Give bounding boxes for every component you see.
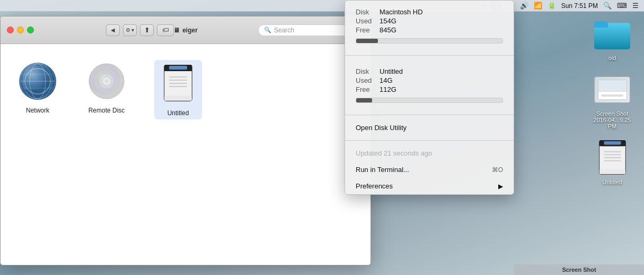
desktop-sd-svg	[598, 140, 627, 176]
disk2-disk-label: Disk	[356, 67, 380, 75]
disk2-disk-row: Disk Untitled	[356, 67, 503, 75]
svg-rect-33	[604, 160, 621, 161]
search-icon: 🔍	[264, 27, 271, 33]
svg-rect-24	[594, 24, 608, 28]
bottom-screen-shot-label: Screen Shot	[562, 267, 596, 273]
screenshot-label: Screen Shot2016-04...9.25 PM	[591, 110, 633, 130]
finder-item-network[interactable]: Network	[16, 60, 59, 114]
disk2-free-row: Free 112G	[356, 85, 503, 93]
disk1-progress-fill	[356, 39, 378, 43]
back-button[interactable]: ◀	[106, 24, 120, 36]
wifi-icon[interactable]: 📶	[534, 2, 542, 10]
sd-card-icon-container	[157, 63, 199, 105]
disk-divider-1	[345, 55, 514, 56]
disk2-free-value: 112G	[380, 85, 396, 93]
disk1-free-value: 845G	[380, 26, 396, 34]
disk1-free-row: Free 845G	[356, 26, 503, 34]
bottom-screen-shot-bar: Screen Shot	[514, 264, 644, 275]
run-terminal-shortcut: ⌘O	[492, 166, 503, 174]
close-button[interactable]	[7, 27, 14, 33]
preferences-label: Preferences	[356, 182, 393, 190]
disk2-free-label: Free	[356, 85, 380, 93]
desktop-icons: old Screen Shot2016-04...9.25 PM	[591, 16, 633, 201]
preferences-arrow-icon: ▶	[498, 183, 503, 190]
disk2-used-value: 14G	[380, 76, 393, 84]
globe-svg	[19, 63, 56, 100]
svg-rect-16	[169, 76, 187, 78]
svg-rect-17	[169, 80, 187, 81]
cd-svg	[87, 62, 126, 100]
desktop-icon-untitled-sd[interactable]: Untitled	[594, 140, 630, 185]
svg-point-10	[105, 80, 108, 83]
svg-rect-29	[604, 141, 621, 145]
minimize-button[interactable]	[17, 27, 24, 33]
computer-icon: 🖥	[173, 27, 180, 34]
disk1-disk-label: Disk	[356, 8, 380, 16]
svg-rect-19	[169, 86, 187, 87]
finder-item-remote-disc[interactable]: Remote Disc	[85, 60, 128, 114]
window-buttons	[7, 27, 34, 33]
keyboard-icon[interactable]: ⌨	[617, 2, 627, 10]
svg-rect-30	[604, 151, 621, 152]
folder-svg	[594, 19, 630, 49]
disk2-used-label: Used	[356, 76, 380, 84]
old-folder-label: old	[608, 55, 616, 61]
network-globe-icon	[19, 63, 56, 100]
disk2-progress-bar	[356, 98, 503, 103]
screenshot-inner	[598, 80, 627, 100]
disk-divider-3	[345, 140, 514, 141]
svg-rect-18	[169, 83, 187, 84]
sd-card-label: Untitled	[167, 109, 189, 117]
screenshot-icon-container	[594, 72, 630, 108]
open-disk-utility-label: Open Disk Utility	[356, 124, 407, 132]
maximize-button[interactable]	[27, 27, 34, 33]
open-disk-utility-button[interactable]: Open Disk Utility	[345, 119, 514, 136]
svg-rect-15	[169, 66, 187, 70]
svg-rect-20	[164, 96, 192, 100]
run-terminal-button[interactable]: Run in Terminal... ⌘O	[345, 161, 514, 178]
preferences-button[interactable]: Preferences ▶	[345, 178, 514, 194]
svg-rect-32	[604, 157, 621, 158]
svg-rect-31	[604, 154, 621, 155]
menubar: ≡ ▣ 🕐 🔊 📶 🔋 Sun 7:51 PM 🔍 ⌨ ☰	[0, 0, 644, 12]
desktop-icon-screenshot[interactable]: Screen Shot2016-04...9.25 PM	[591, 72, 633, 130]
desktop-sd-icon-container	[594, 140, 630, 176]
finder-toolbar: 🖥 eiger ◀ ⚙ ▾ ⬆ 🏷 🔍 Search	[1, 16, 370, 44]
svg-point-1	[30, 64, 46, 99]
disk1-disk-value: Macintosh HD	[380, 8, 423, 16]
disk1-used-label: Used	[356, 17, 380, 25]
desktop: ≡ ▣ 🕐 🔊 📶 🔋 Sun 7:51 PM 🔍 ⌨ ☰	[0, 0, 644, 275]
finder-title-text: eiger	[182, 27, 198, 34]
battery-icon[interactable]: 🔋	[548, 2, 556, 10]
updated-text: Updated 21 seconds ago	[345, 145, 514, 161]
tag-button[interactable]: 🏷	[157, 24, 174, 36]
disk1-section: Disk Macintosh HD Used 154G Free 845G	[345, 1, 514, 51]
disk2-used-row: Used 14G	[356, 76, 503, 84]
disk2-section: Disk Untitled Used 14G Free 112G	[345, 60, 514, 110]
menubar-time: Sun 7:51 PM	[561, 2, 598, 10]
share-button[interactable]: ⬆	[140, 24, 154, 36]
volume-icon[interactable]: 🔊	[520, 2, 528, 10]
spotlight-icon[interactable]: 🔍	[603, 2, 612, 10]
finder-item-untitled[interactable]: Untitled	[154, 60, 202, 119]
list-icon[interactable]: ☰	[632, 2, 639, 10]
disk2-disk-value: Untitled	[380, 67, 403, 75]
view-options-button[interactable]: ⚙ ▾	[123, 24, 137, 36]
screenshot-thumb	[594, 76, 630, 103]
disk1-used-row: Used 154G	[356, 17, 503, 25]
finder-title: 🖥 eiger	[173, 27, 198, 34]
finder-content: Network	[1, 44, 370, 265]
disk1-disk-row: Disk Macintosh HD	[356, 8, 503, 16]
desktop-sd-label: Untitled	[602, 179, 622, 185]
disk1-progress-bar	[356, 38, 503, 44]
disk1-free-label: Free	[356, 26, 380, 34]
svg-point-2	[23, 64, 52, 99]
desktop-icon-old[interactable]: old	[594, 16, 630, 61]
disk2-progress-fill	[356, 98, 372, 102]
network-label: Network	[26, 107, 49, 114]
remote-disc-label: Remote Disc	[89, 107, 125, 114]
disk-divider-2	[345, 115, 514, 115]
updated-label: Updated 21 seconds ago	[356, 149, 433, 157]
disk-menu-popup: Disk Macintosh HD Used 154G Free 845G Di…	[345, 0, 514, 195]
folder-icon-container	[594, 16, 630, 52]
